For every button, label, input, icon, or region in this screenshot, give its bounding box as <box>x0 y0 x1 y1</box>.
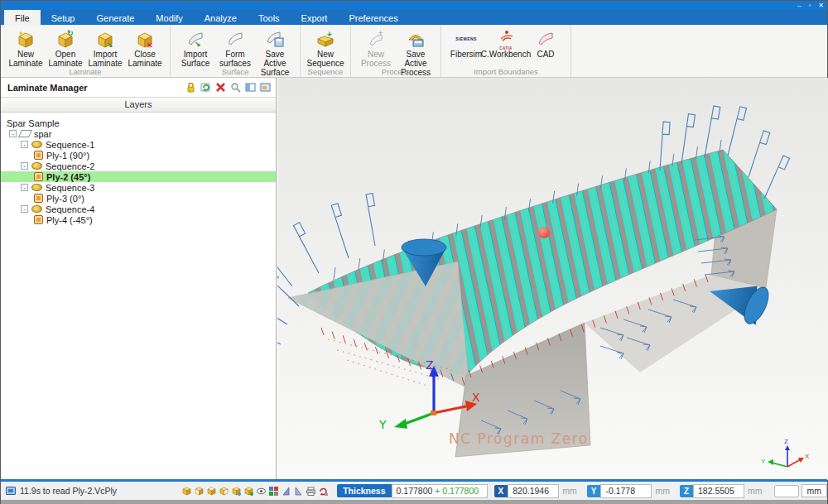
status-bar: 11.9s to read Ply-2.VcPly Thickness 0.17… <box>1 482 827 500</box>
menu-export[interactable]: Export <box>291 10 339 25</box>
tree-label: Sequence-2 <box>46 161 94 171</box>
tree-label: Ply-4 (-45°) <box>46 215 93 225</box>
tree-item-ply-4[interactable]: Ply-4 (-45°) <box>1 214 276 225</box>
tree-item-sequence-2[interactable]: -Sequence-2 <box>1 161 276 171</box>
fan-right-icon[interactable] <box>293 486 304 497</box>
tree-item-ply-3[interactable]: Ply-3 (0°) <box>1 193 276 204</box>
tree-label: Spar Sample <box>7 118 60 128</box>
fibersim-button[interactable]: SIEMENS Fibersim <box>446 27 486 59</box>
spare-unit-field: mm <box>774 484 828 497</box>
minimize-button[interactable]: – <box>797 1 801 10</box>
import-laminate-button[interactable]: ↘ Import Laminate <box>85 27 125 68</box>
tree-label: Sequence-1 <box>46 140 94 150</box>
cube-toggle-5-icon[interactable] <box>231 486 242 497</box>
new-laminate-label: New Laminate <box>6 50 46 68</box>
svg-text:+: + <box>327 30 332 39</box>
expander-icon[interactable]: - <box>9 130 17 137</box>
sequence-icon <box>31 205 42 213</box>
tree-item-sequence-1[interactable]: -Sequence-1 <box>1 139 276 150</box>
import-laminate-label: Import Laminate <box>85 50 125 68</box>
tree-item-spar[interactable]: -spar <box>1 128 276 139</box>
menu-bar: File Setup Generate Modify Analyze Tools… <box>1 10 827 25</box>
axis-x-label: X <box>472 391 480 404</box>
visibility-eye-icon[interactable] <box>256 486 267 497</box>
cworkbench-catia-icon: CATIA <box>495 29 517 49</box>
status-message: 11.9s to read Ply-2.VcPly <box>20 486 117 496</box>
menu-preferences[interactable]: Preferences <box>338 10 408 25</box>
maximize-button[interactable]: ▫ <box>808 1 811 10</box>
cube-toggle-3-icon[interactable] <box>206 486 217 497</box>
import-surface-button[interactable]: ↘ Import Surface <box>176 27 215 68</box>
fan-left-icon[interactable] <box>281 486 291 497</box>
coordinate-y: Y -0.1778 mm <box>587 484 673 498</box>
tree-item-sequence-3[interactable]: -Sequence-3 <box>1 182 276 193</box>
delete-icon[interactable] <box>215 82 226 93</box>
cworkbench-button[interactable]: CATIA C.Workbench <box>486 27 526 59</box>
menu-analyze[interactable]: Analyze <box>194 10 248 25</box>
menu-file[interactable]: File <box>4 10 41 25</box>
tree-item-sequence-4[interactable]: -Sequence-4 <box>1 204 276 214</box>
printer-icon[interactable] <box>306 486 316 497</box>
cube-toggle-1-icon[interactable] <box>181 486 192 497</box>
tree-item-ply-2-selected[interactable]: Ply-2 (45°) <box>1 171 276 182</box>
menu-setup[interactable]: Setup <box>41 10 86 25</box>
layers-column-header[interactable]: Layers <box>1 98 276 113</box>
refresh-red-icon[interactable] <box>318 486 329 497</box>
form-surfaces-icon <box>224 29 246 49</box>
axis-z-label: Z <box>426 358 434 372</box>
new-laminate-button[interactable]: ✦ New Laminate <box>6 27 46 68</box>
expander-icon[interactable]: - <box>21 141 28 148</box>
menu-generate[interactable]: Generate <box>85 10 145 25</box>
cad-button[interactable]: CAD <box>526 27 566 59</box>
thickness-value: 0.177800 <box>397 486 433 496</box>
sequence-group-label: Sequence <box>301 67 350 76</box>
ply-icon <box>34 172 43 181</box>
open-laminate-button[interactable]: ↻ Open Laminate <box>46 27 85 68</box>
reload-icon[interactable] <box>200 82 211 93</box>
spare-input[interactable] <box>774 485 799 497</box>
preview-icon[interactable] <box>260 82 271 93</box>
new-sequence-button[interactable]: + New Sequence <box>306 27 345 68</box>
close-laminate-icon: ✕ <box>134 29 156 49</box>
thickness-input[interactable]: 0.177800 + 0.177800 <box>392 484 488 498</box>
svg-text:↘: ↘ <box>195 40 201 48</box>
thickness-delta: 0.177800 <box>442 486 479 496</box>
close-button[interactable]: ✕ <box>818 1 824 10</box>
menu-tools[interactable]: Tools <box>248 10 291 25</box>
tree-item-spar-sample[interactable]: Spar Sample <box>1 118 276 128</box>
y-coordinate-input[interactable]: -0.1778 <box>600 484 652 498</box>
new-sequence-label: New Sequence <box>306 50 345 68</box>
split-view-icon[interactable] <box>245 82 256 93</box>
tree-label: spar <box>34 129 51 139</box>
coordinate-x: X 820.1946 mm <box>494 484 580 498</box>
z-coordinate-input[interactable]: 182.5505 <box>693 484 744 498</box>
tree-item-ply-1[interactable]: Ply-1 (90°) <box>1 150 276 161</box>
tree-label: Sequence-4 <box>46 204 94 214</box>
expander-icon[interactable]: - <box>21 184 28 191</box>
window-bottom-edge <box>1 500 827 504</box>
cad-label: CAD <box>537 50 554 59</box>
x-axis-badge: X <box>494 485 508 497</box>
new-laminate-icon: ✦ <box>15 29 36 49</box>
menu-modify[interactable]: Modify <box>145 10 193 25</box>
thickness-label: Thickness <box>337 484 391 497</box>
cube-toggle-6-icon[interactable] <box>243 486 254 497</box>
lock-icon[interactable] <box>185 82 196 93</box>
expander-icon[interactable]: - <box>21 205 28 213</box>
svg-text:↘: ↘ <box>107 41 113 49</box>
cube-toggle-4-icon[interactable] <box>219 486 229 497</box>
fibersim-label: Fibersim <box>450 50 482 59</box>
spare-unit-label: mm <box>802 484 828 497</box>
ribbon-group-process: + New Process Save Active Process Proces… <box>351 25 441 77</box>
viewport-layout-icon[interactable] <box>268 486 279 497</box>
x-coordinate-input[interactable]: 820.1946 <box>508 484 559 498</box>
form-surfaces-button[interactable]: Form surfaces <box>215 27 255 68</box>
cube-toggle-2-icon[interactable] <box>194 486 205 497</box>
viewport-3d[interactable]: Z Y X NC Program Zero Z Y X <box>277 78 828 479</box>
search-icon[interactable] <box>230 82 241 93</box>
expander-icon[interactable]: - <box>21 162 28 170</box>
close-laminate-button[interactable]: ✕ Close Laminate <box>125 27 165 68</box>
svg-text:+: + <box>378 29 383 37</box>
y-unit: mm <box>655 486 670 496</box>
new-process-label: New Process <box>356 50 396 68</box>
